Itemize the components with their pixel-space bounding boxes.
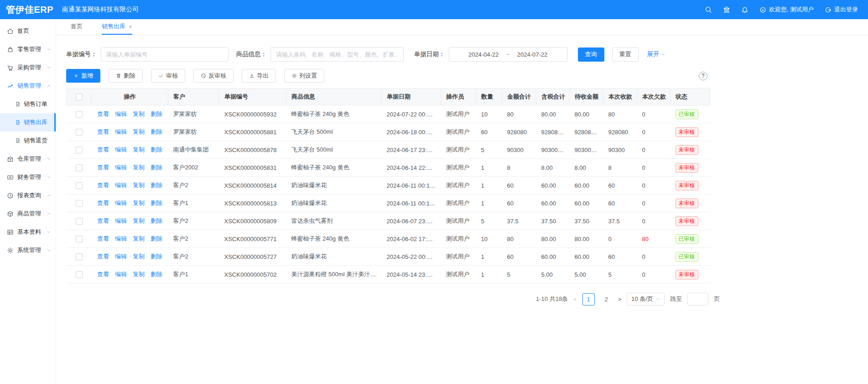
sidebar-item-system[interactable]: 系统管理 [0,241,56,259]
delete-link[interactable]: 删除 [151,270,162,279]
tab-home[interactable]: 首页 [71,19,83,35]
row-checkbox[interactable] [76,236,83,242]
row-checkbox[interactable] [76,164,83,171]
view-link[interactable]: 查看 [97,217,109,225]
sidebar-item-sales-outbound[interactable]: 销售出库 [0,113,56,132]
sidebar-item-products[interactable]: 商品管理 [0,205,56,223]
next-page-button[interactable]: > [618,296,622,303]
view-link[interactable]: 查看 [97,199,109,207]
jump-page-input[interactable] [687,293,708,305]
operator-cell: 测试用户 [441,177,476,195]
add-button[interactable]: 新增 [66,69,100,83]
search-icon[interactable] [705,6,712,13]
copy-link[interactable]: 复制 [133,252,145,261]
delete-link[interactable]: 删除 [151,235,162,243]
sidebar-item-sales[interactable]: 销售管理 [0,77,56,95]
page-size-select[interactable]: 10 条/页 [627,293,665,305]
edit-link[interactable]: 编辑 [115,163,127,172]
select-all-checkbox[interactable] [76,94,83,100]
edit-link[interactable]: 编辑 [115,270,127,279]
view-link[interactable]: 查看 [97,270,109,279]
expand-link[interactable]: 展开 [647,50,665,58]
edit-link[interactable]: 编辑 [115,199,127,207]
sidebar-item-sales-order[interactable]: 销售订单 [0,95,56,113]
column-settings-button[interactable]: 列设置 [284,69,324,83]
view-link[interactable]: 查看 [97,163,109,172]
delete-link[interactable]: 删除 [151,163,162,172]
copy-link[interactable]: 复制 [133,146,145,154]
row-checkbox[interactable] [76,253,83,260]
date-end-input[interactable] [511,51,553,58]
copy-link[interactable]: 复制 [133,163,145,172]
prev-page-button[interactable]: < [573,296,577,303]
doc-no-input[interactable] [101,47,229,62]
sidebar-item-basic-data[interactable]: 基本资料 [0,223,56,241]
export-button[interactable]: 导出 [242,69,276,83]
copy-link[interactable]: 复制 [133,181,145,189]
edit-link[interactable]: 编辑 [115,128,127,136]
row-checkbox[interactable] [76,218,83,225]
delete-button[interactable]: 删除 [109,69,143,83]
row-checkbox[interactable] [76,271,83,278]
close-icon[interactable]: × [129,23,132,30]
row-checkbox[interactable] [76,200,83,207]
page-2-button[interactable]: 2 [600,293,613,305]
received-cell: 928080 [603,123,637,141]
date-range-picker[interactable]: ~ [449,47,567,62]
edit-link[interactable]: 编辑 [115,146,127,154]
copy-link[interactable]: 复制 [133,110,145,118]
edit-link[interactable]: 编辑 [115,110,127,118]
sidebar-item-purchase[interactable]: 采购管理 [0,58,56,77]
edit-link[interactable]: 编辑 [115,235,127,243]
page-1-button[interactable]: 1 [582,293,595,305]
product-cell: 飞天茅台 500ml [286,123,382,141]
row-checkbox[interactable] [76,129,83,136]
sidebar-item-reports[interactable]: 报表查询 [0,186,56,205]
sidebar-item-finance[interactable]: 财务管理 [0,168,56,186]
unaudit-button[interactable]: 反审核 [193,69,234,83]
sidebar-item-sales-return[interactable]: 销售退货 [0,132,56,150]
home-nav-icon[interactable] [723,6,730,13]
delete-link[interactable]: 删除 [151,217,162,225]
product-info-input[interactable] [270,47,404,62]
copy-link[interactable]: 复制 [133,217,145,225]
row-checkbox[interactable] [76,111,83,118]
user-welcome[interactable]: 欢迎您, 测试用户 [759,5,814,14]
row-checkbox[interactable] [76,182,83,189]
audit-button[interactable]: 审核 [151,69,185,83]
search-button[interactable]: 查询 [578,47,604,62]
received-cell: 60 [603,195,637,212]
view-link[interactable]: 查看 [97,128,109,136]
chevron-down-icon [655,297,660,301]
sidebar-item-home[interactable]: 首页 [0,22,56,40]
copy-link[interactable]: 复制 [133,128,145,136]
edit-link[interactable]: 编辑 [115,217,127,225]
edit-link[interactable]: 编辑 [115,252,127,261]
help-icon[interactable]: ? [699,72,707,80]
delete-link[interactable]: 删除 [151,110,162,118]
status-badge: 未审核 [676,199,698,208]
delete-link[interactable]: 删除 [151,146,162,154]
tab-sales-outbound[interactable]: 销售出库 × [102,19,132,35]
reset-button[interactable]: 重置 [612,47,639,62]
view-link[interactable]: 查看 [97,146,109,154]
date-start-input[interactable] [463,51,504,58]
sidebar-item-retail[interactable]: 零售管理 [0,40,56,58]
view-link[interactable]: 查看 [97,181,109,189]
row-checkbox[interactable] [76,147,83,153]
sidebar-item-warehouse[interactable]: 仓库管理 [0,150,56,168]
delete-link[interactable]: 删除 [151,128,162,136]
doc-no-cell: XSCK00000005814 [219,177,286,195]
delete-link[interactable]: 删除 [151,199,162,207]
delete-link[interactable]: 删除 [151,181,162,189]
view-link[interactable]: 查看 [97,235,109,243]
copy-link[interactable]: 复制 [133,270,145,279]
logout-button[interactable]: 退出登录 [825,5,858,14]
view-link[interactable]: 查看 [97,110,109,118]
edit-link[interactable]: 编辑 [115,181,127,189]
copy-link[interactable]: 复制 [133,199,145,207]
bell-icon[interactable] [741,6,748,13]
view-link[interactable]: 查看 [97,252,109,261]
delete-link[interactable]: 删除 [151,252,162,261]
copy-link[interactable]: 复制 [133,235,145,243]
